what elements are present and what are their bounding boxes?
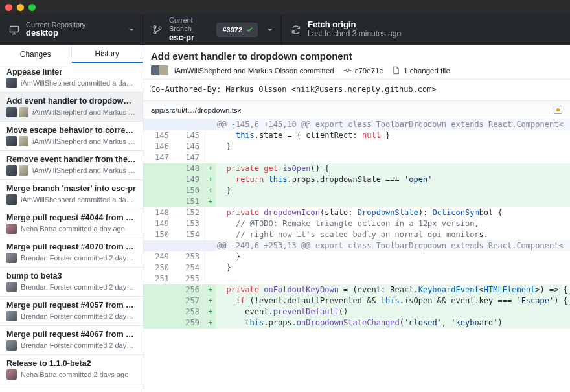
diff-marker — [205, 262, 216, 273]
commit-item-title: Appease linter — [6, 67, 136, 76]
old-line-number — [143, 295, 174, 306]
old-line-number — [143, 185, 174, 196]
old-line-number — [143, 174, 174, 185]
commit-item-meta: Brendan Forster committed 2 days ago — [21, 312, 136, 320]
commit-list-item[interactable]: Release to 1.1.0-beta2Neha Batra committ… — [0, 355, 142, 384]
commit-list-item[interactable]: Merge pull request #4057 from desk…Brend… — [0, 297, 142, 326]
chevron-down-icon — [128, 27, 135, 33]
avatar — [159, 65, 168, 75]
diff-marker — [205, 207, 216, 218]
diff-line: @@ -249,6 +253,13 @@ export class Toolba… — [143, 240, 570, 251]
commit-icon — [343, 66, 352, 75]
diff-code: // right now it's scaled badly on normal… — [216, 229, 570, 240]
commit-list-item[interactable]: Appease linteriAmWillShepherd committed … — [0, 63, 142, 93]
commit-item-meta: Brendan Forster committed 2 days ago — [21, 254, 136, 262]
changed-files-label[interactable]: 1 changed file — [404, 67, 450, 75]
sync-icon — [291, 25, 301, 35]
commit-list-item[interactable]: Merge pull request #4067 from desk…Brend… — [0, 326, 142, 355]
fetch-origin-button[interactable]: Fetch origin Last fetched 3 minutes ago — [282, 14, 570, 45]
diff-line: 146146 } — [143, 141, 570, 152]
diff-marker: + — [205, 317, 216, 329]
old-line-number: 147 — [143, 152, 174, 163]
commit-list[interactable]: Appease linteriAmWillShepherd committed … — [0, 63, 142, 392]
commit-byline: iAmWillShepherd and Markus Olsson commit… — [174, 67, 334, 75]
old-line-number: 249 — [143, 251, 174, 262]
new-line-number: 253 — [174, 251, 205, 262]
diff-marker: + — [205, 295, 216, 306]
old-line-number: 250 — [143, 262, 174, 273]
commit-list-item[interactable]: Merge pull request #4070 from desk…Brend… — [0, 238, 142, 268]
avatar — [18, 136, 28, 146]
diff-code: private onFoldoutKeyDown = (event: React… — [216, 284, 570, 295]
diff-view[interactable]: @@ -145,6 +145,10 @@ export class Toolba… — [143, 119, 570, 392]
new-line-number: 154 — [174, 229, 205, 240]
file-diff-icon — [392, 66, 400, 75]
current-repository-dropdown[interactable]: Current Repository desktop — [0, 14, 143, 45]
commit-item-title: Merge pull request #4044 from des… — [6, 213, 136, 222]
diff-code: event.preventDefault() — [216, 306, 570, 317]
diff-marker — [205, 218, 216, 229]
new-line-number: 149 — [174, 174, 205, 185]
commit-item-meta: Neha Batra committed a day ago — [21, 225, 125, 233]
diff-marker — [205, 141, 216, 152]
diff-code: } — [216, 141, 570, 152]
diff-line: @@ -145,6 +145,10 @@ export class Toolba… — [143, 119, 570, 130]
commit-item-title: Move escape behavior to correct co… — [6, 126, 136, 135]
window-close-button[interactable] — [5, 4, 12, 11]
diff-code: @@ -145,6 +145,10 @@ export class Toolba… — [216, 119, 570, 130]
new-line-number: 151 — [174, 196, 205, 207]
git-branch-icon — [152, 25, 163, 35]
pull-request-badge[interactable]: #3972 — [216, 23, 258, 37]
window-maximize-button[interactable] — [28, 4, 36, 11]
sidebar-tabs: Changes History — [0, 45, 142, 63]
fetch-title: Fetch origin — [308, 20, 401, 30]
diff-code: } — [216, 262, 570, 273]
commit-item-meta: iAmWillShepherd and Markus Olsson… — [32, 108, 136, 116]
window-minimize-button[interactable] — [17, 4, 24, 11]
diff-line: 149153 // @TODO: Remake triangle octicon… — [143, 218, 570, 229]
avatar — [6, 282, 17, 292]
commit-list-item[interactable]: Add event handler to dropdown com…iAmWil… — [0, 93, 142, 122]
diff-line: 145145 this.state = { clientRect: null } — [143, 130, 570, 141]
svg-point-2 — [154, 31, 156, 34]
commit-list-item[interactable]: bump to beta3Brendan Forster committed 2… — [0, 268, 142, 297]
commit-sha[interactable]: c79e71c — [355, 67, 383, 75]
commit-list-item[interactable]: Merge branch 'master' into esc-priAmWill… — [0, 180, 142, 209]
new-line-number: 148 — [174, 163, 205, 174]
diff-marker: + — [205, 174, 216, 185]
tab-changes[interactable]: Changes — [0, 45, 72, 63]
commit-item-title: Merge pull request #4067 from desk… — [6, 330, 136, 339]
commit-item-title: Add event handler to dropdown com… — [6, 97, 136, 106]
diff-code: private dropdownIcon(state: DropdownStat… — [216, 207, 570, 218]
tab-history[interactable]: History — [72, 45, 143, 63]
diff-line: 258+ event.preventDefault() — [143, 306, 570, 317]
changed-file-row[interactable]: app/src/ui/t…/dropdown.tsx — [143, 101, 570, 119]
branch-label: Current Branch — [169, 16, 216, 32]
old-line-number — [143, 196, 174, 207]
diff-marker — [205, 240, 216, 251]
diff-code: } — [216, 185, 570, 196]
commit-list-item[interactable]: Remove event handler from the bran…iAmWi… — [0, 151, 142, 180]
avatar — [6, 194, 17, 205]
diff-line: 259+ this.props.onDropdownStateChanged('… — [143, 317, 570, 329]
current-branch-dropdown[interactable]: Current Branch esc-pr #3972 — [143, 14, 282, 45]
avatar — [6, 253, 17, 263]
old-line-number — [143, 284, 174, 295]
new-line-number — [174, 240, 205, 251]
commit-list-item[interactable]: Move escape behavior to correct co…iAmWi… — [0, 122, 142, 151]
svg-point-1 — [154, 25, 156, 28]
avatar — [6, 136, 17, 146]
diff-code: // @TODO: Remake triangle octicon in a 1… — [216, 218, 570, 229]
diff-code: this.props.onDropdownStateChanged('close… — [216, 317, 570, 329]
new-line-number: 150 — [174, 185, 205, 196]
diff-marker — [205, 273, 216, 284]
diff-marker — [205, 251, 216, 262]
commit-list-item[interactable]: Merge pull request #4044 from des…Neha B… — [0, 209, 142, 238]
old-line-number — [143, 317, 174, 329]
old-line-number — [143, 306, 174, 317]
old-line-number: 145 — [143, 130, 174, 141]
svg-point-3 — [159, 27, 161, 29]
diff-marker: + — [205, 196, 216, 207]
diff-marker — [205, 229, 216, 240]
avatar — [6, 340, 17, 351]
